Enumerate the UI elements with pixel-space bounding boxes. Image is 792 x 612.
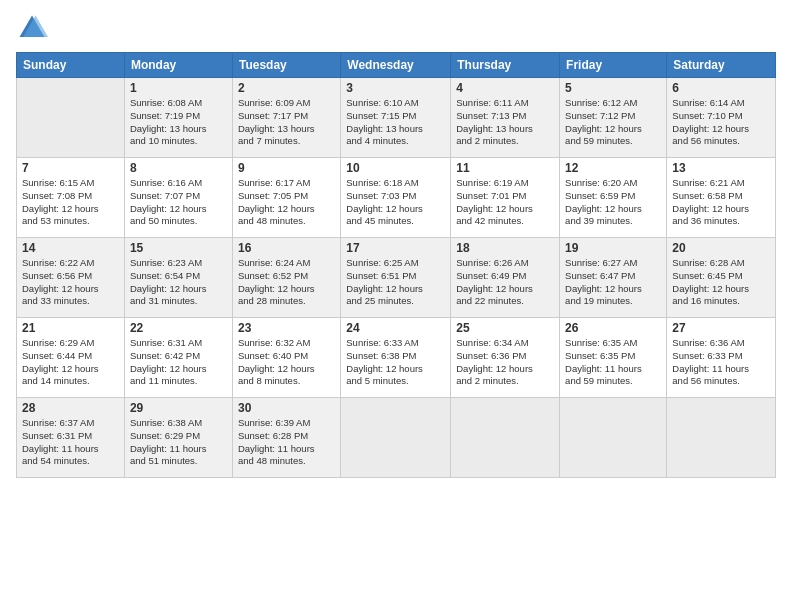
day-number: 18 bbox=[456, 241, 554, 255]
calendar-cell: 9Sunrise: 6:17 AM Sunset: 7:05 PM Daylig… bbox=[232, 158, 340, 238]
day-info: Sunrise: 6:15 AM Sunset: 7:08 PM Dayligh… bbox=[22, 177, 119, 228]
col-header-saturday: Saturday bbox=[667, 53, 776, 78]
day-info: Sunrise: 6:18 AM Sunset: 7:03 PM Dayligh… bbox=[346, 177, 445, 228]
day-number: 21 bbox=[22, 321, 119, 335]
calendar-cell: 12Sunrise: 6:20 AM Sunset: 6:59 PM Dayli… bbox=[560, 158, 667, 238]
col-header-thursday: Thursday bbox=[451, 53, 560, 78]
day-number: 27 bbox=[672, 321, 770, 335]
calendar-week-2: 14Sunrise: 6:22 AM Sunset: 6:56 PM Dayli… bbox=[17, 238, 776, 318]
day-number: 4 bbox=[456, 81, 554, 95]
day-number: 6 bbox=[672, 81, 770, 95]
day-info: Sunrise: 6:20 AM Sunset: 6:59 PM Dayligh… bbox=[565, 177, 661, 228]
day-info: Sunrise: 6:28 AM Sunset: 6:45 PM Dayligh… bbox=[672, 257, 770, 308]
day-info: Sunrise: 6:17 AM Sunset: 7:05 PM Dayligh… bbox=[238, 177, 335, 228]
col-header-sunday: Sunday bbox=[17, 53, 125, 78]
header bbox=[16, 12, 776, 44]
day-number: 30 bbox=[238, 401, 335, 415]
day-info: Sunrise: 6:24 AM Sunset: 6:52 PM Dayligh… bbox=[238, 257, 335, 308]
day-info: Sunrise: 6:33 AM Sunset: 6:38 PM Dayligh… bbox=[346, 337, 445, 388]
day-info: Sunrise: 6:35 AM Sunset: 6:35 PM Dayligh… bbox=[565, 337, 661, 388]
col-header-monday: Monday bbox=[124, 53, 232, 78]
day-info: Sunrise: 6:09 AM Sunset: 7:17 PM Dayligh… bbox=[238, 97, 335, 148]
calendar-week-4: 28Sunrise: 6:37 AM Sunset: 6:31 PM Dayli… bbox=[17, 398, 776, 478]
calendar-cell bbox=[341, 398, 451, 478]
day-info: Sunrise: 6:37 AM Sunset: 6:31 PM Dayligh… bbox=[22, 417, 119, 468]
day-number: 7 bbox=[22, 161, 119, 175]
day-number: 19 bbox=[565, 241, 661, 255]
calendar-cell: 19Sunrise: 6:27 AM Sunset: 6:47 PM Dayli… bbox=[560, 238, 667, 318]
day-number: 11 bbox=[456, 161, 554, 175]
col-header-tuesday: Tuesday bbox=[232, 53, 340, 78]
col-header-friday: Friday bbox=[560, 53, 667, 78]
calendar-cell: 16Sunrise: 6:24 AM Sunset: 6:52 PM Dayli… bbox=[232, 238, 340, 318]
day-number: 28 bbox=[22, 401, 119, 415]
calendar-cell: 10Sunrise: 6:18 AM Sunset: 7:03 PM Dayli… bbox=[341, 158, 451, 238]
day-info: Sunrise: 6:23 AM Sunset: 6:54 PM Dayligh… bbox=[130, 257, 227, 308]
day-number: 25 bbox=[456, 321, 554, 335]
calendar-header-row: SundayMondayTuesdayWednesdayThursdayFrid… bbox=[17, 53, 776, 78]
calendar-cell: 8Sunrise: 6:16 AM Sunset: 7:07 PM Daylig… bbox=[124, 158, 232, 238]
calendar: SundayMondayTuesdayWednesdayThursdayFrid… bbox=[16, 52, 776, 478]
day-info: Sunrise: 6:26 AM Sunset: 6:49 PM Dayligh… bbox=[456, 257, 554, 308]
calendar-cell: 1Sunrise: 6:08 AM Sunset: 7:19 PM Daylig… bbox=[124, 78, 232, 158]
calendar-cell: 5Sunrise: 6:12 AM Sunset: 7:12 PM Daylig… bbox=[560, 78, 667, 158]
calendar-cell: 14Sunrise: 6:22 AM Sunset: 6:56 PM Dayli… bbox=[17, 238, 125, 318]
day-info: Sunrise: 6:21 AM Sunset: 6:58 PM Dayligh… bbox=[672, 177, 770, 228]
calendar-cell: 21Sunrise: 6:29 AM Sunset: 6:44 PM Dayli… bbox=[17, 318, 125, 398]
day-number: 14 bbox=[22, 241, 119, 255]
calendar-cell: 30Sunrise: 6:39 AM Sunset: 6:28 PM Dayli… bbox=[232, 398, 340, 478]
day-info: Sunrise: 6:36 AM Sunset: 6:33 PM Dayligh… bbox=[672, 337, 770, 388]
day-info: Sunrise: 6:19 AM Sunset: 7:01 PM Dayligh… bbox=[456, 177, 554, 228]
calendar-cell: 15Sunrise: 6:23 AM Sunset: 6:54 PM Dayli… bbox=[124, 238, 232, 318]
page: SundayMondayTuesdayWednesdayThursdayFrid… bbox=[0, 0, 792, 612]
calendar-cell: 22Sunrise: 6:31 AM Sunset: 6:42 PM Dayli… bbox=[124, 318, 232, 398]
calendar-cell: 6Sunrise: 6:14 AM Sunset: 7:10 PM Daylig… bbox=[667, 78, 776, 158]
calendar-cell: 25Sunrise: 6:34 AM Sunset: 6:36 PM Dayli… bbox=[451, 318, 560, 398]
calendar-cell: 17Sunrise: 6:25 AM Sunset: 6:51 PM Dayli… bbox=[341, 238, 451, 318]
day-number: 29 bbox=[130, 401, 227, 415]
calendar-cell: 7Sunrise: 6:15 AM Sunset: 7:08 PM Daylig… bbox=[17, 158, 125, 238]
calendar-cell: 11Sunrise: 6:19 AM Sunset: 7:01 PM Dayli… bbox=[451, 158, 560, 238]
day-info: Sunrise: 6:11 AM Sunset: 7:13 PM Dayligh… bbox=[456, 97, 554, 148]
calendar-cell bbox=[667, 398, 776, 478]
day-number: 15 bbox=[130, 241, 227, 255]
day-number: 16 bbox=[238, 241, 335, 255]
day-info: Sunrise: 6:14 AM Sunset: 7:10 PM Dayligh… bbox=[672, 97, 770, 148]
calendar-week-0: 1Sunrise: 6:08 AM Sunset: 7:19 PM Daylig… bbox=[17, 78, 776, 158]
day-number: 2 bbox=[238, 81, 335, 95]
col-header-wednesday: Wednesday bbox=[341, 53, 451, 78]
day-number: 13 bbox=[672, 161, 770, 175]
day-number: 3 bbox=[346, 81, 445, 95]
calendar-cell: 28Sunrise: 6:37 AM Sunset: 6:31 PM Dayli… bbox=[17, 398, 125, 478]
calendar-cell: 3Sunrise: 6:10 AM Sunset: 7:15 PM Daylig… bbox=[341, 78, 451, 158]
calendar-cell bbox=[560, 398, 667, 478]
day-info: Sunrise: 6:32 AM Sunset: 6:40 PM Dayligh… bbox=[238, 337, 335, 388]
calendar-cell: 29Sunrise: 6:38 AM Sunset: 6:29 PM Dayli… bbox=[124, 398, 232, 478]
day-number: 5 bbox=[565, 81, 661, 95]
day-info: Sunrise: 6:25 AM Sunset: 6:51 PM Dayligh… bbox=[346, 257, 445, 308]
calendar-week-1: 7Sunrise: 6:15 AM Sunset: 7:08 PM Daylig… bbox=[17, 158, 776, 238]
calendar-cell bbox=[17, 78, 125, 158]
logo-icon bbox=[16, 12, 48, 44]
calendar-cell: 24Sunrise: 6:33 AM Sunset: 6:38 PM Dayli… bbox=[341, 318, 451, 398]
day-info: Sunrise: 6:12 AM Sunset: 7:12 PM Dayligh… bbox=[565, 97, 661, 148]
day-number: 1 bbox=[130, 81, 227, 95]
calendar-cell: 27Sunrise: 6:36 AM Sunset: 6:33 PM Dayli… bbox=[667, 318, 776, 398]
calendar-cell: 13Sunrise: 6:21 AM Sunset: 6:58 PM Dayli… bbox=[667, 158, 776, 238]
logo bbox=[16, 12, 52, 44]
day-number: 12 bbox=[565, 161, 661, 175]
calendar-week-3: 21Sunrise: 6:29 AM Sunset: 6:44 PM Dayli… bbox=[17, 318, 776, 398]
day-info: Sunrise: 6:22 AM Sunset: 6:56 PM Dayligh… bbox=[22, 257, 119, 308]
calendar-cell: 4Sunrise: 6:11 AM Sunset: 7:13 PM Daylig… bbox=[451, 78, 560, 158]
day-info: Sunrise: 6:10 AM Sunset: 7:15 PM Dayligh… bbox=[346, 97, 445, 148]
day-info: Sunrise: 6:34 AM Sunset: 6:36 PM Dayligh… bbox=[456, 337, 554, 388]
day-info: Sunrise: 6:29 AM Sunset: 6:44 PM Dayligh… bbox=[22, 337, 119, 388]
day-info: Sunrise: 6:38 AM Sunset: 6:29 PM Dayligh… bbox=[130, 417, 227, 468]
day-info: Sunrise: 6:39 AM Sunset: 6:28 PM Dayligh… bbox=[238, 417, 335, 468]
calendar-cell bbox=[451, 398, 560, 478]
calendar-cell: 26Sunrise: 6:35 AM Sunset: 6:35 PM Dayli… bbox=[560, 318, 667, 398]
day-info: Sunrise: 6:31 AM Sunset: 6:42 PM Dayligh… bbox=[130, 337, 227, 388]
calendar-cell: 23Sunrise: 6:32 AM Sunset: 6:40 PM Dayli… bbox=[232, 318, 340, 398]
calendar-cell: 20Sunrise: 6:28 AM Sunset: 6:45 PM Dayli… bbox=[667, 238, 776, 318]
day-number: 8 bbox=[130, 161, 227, 175]
